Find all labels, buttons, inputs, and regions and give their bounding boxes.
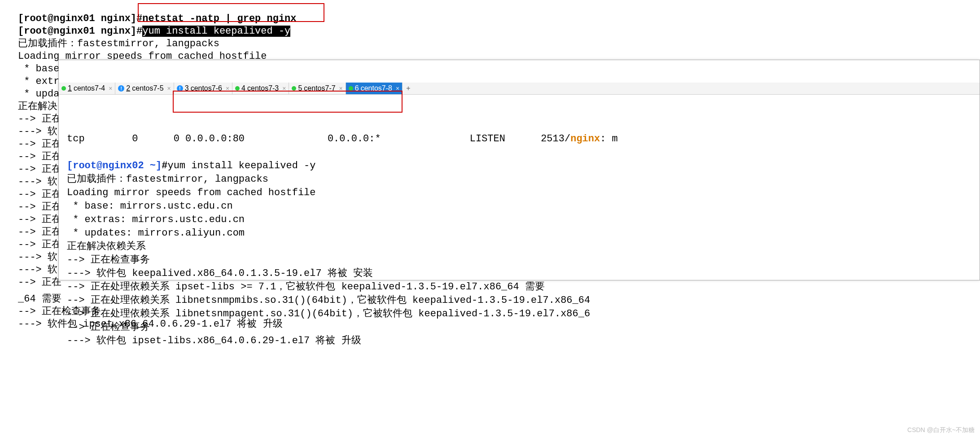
close-icon[interactable]: × bbox=[226, 85, 229, 92]
status-dot-icon bbox=[61, 86, 66, 91]
tab-centos7-4[interactable]: 1 centos7-4× bbox=[59, 83, 115, 94]
back-frag-k: --> 正在 bbox=[18, 239, 61, 250]
status-dot-icon bbox=[292, 86, 296, 91]
back-frag-d: --> 正在 bbox=[18, 151, 61, 162]
front-l6: 正在解决依赖关系 bbox=[67, 241, 146, 252]
watermark-text: CSDN @白开水~不加糖 bbox=[907, 426, 975, 434]
status-dot-icon bbox=[349, 86, 353, 91]
tab-centos7-5[interactable]: !2 centos7-5× bbox=[115, 83, 174, 94]
close-icon[interactable]: × bbox=[282, 85, 286, 92]
tab-centos7-3[interactable]: 4 centos7-3× bbox=[232, 83, 289, 94]
tab-centos7-6[interactable]: !3 centos7-6× bbox=[174, 83, 232, 94]
front-l1: 已加载插件：fastestmirror, langpacks bbox=[67, 174, 268, 185]
tab-bar: 1 centos7-4× !2 centos7-5× !3 centos7-6×… bbox=[59, 83, 980, 95]
back-frag-h: --> 正在 bbox=[18, 201, 61, 213]
back-frag-g: --> 正在 bbox=[18, 189, 61, 200]
background-terminal-bottom: _64 需要 --> 正在检查事务 ---> 软件包 ipset.x86_64.… bbox=[18, 280, 283, 331]
back-frag-i: --> 正在 bbox=[18, 214, 61, 225]
status-dot-icon bbox=[235, 86, 240, 91]
tab-centos7-7[interactable]: 5 centos7-7× bbox=[289, 83, 346, 94]
back-frag-a: --> 正在 bbox=[18, 114, 61, 125]
tab-centos7-8[interactable]: 6 centos7-8× bbox=[346, 83, 402, 94]
back-bottom-l3: ---> 软件包 ipset.x86_64.0.6.29-1.el7 将被 升级 bbox=[18, 319, 283, 330]
highlighted-command-1: yum install keepalived -y bbox=[142, 26, 290, 37]
back-frag-l: ---> 软 bbox=[18, 252, 57, 263]
front-l4: * extras: mirrors.ustc.edu.cn bbox=[67, 214, 245, 225]
back-frag-f: ---> 软 bbox=[18, 176, 57, 188]
add-tab-button[interactable]: + bbox=[402, 84, 414, 92]
front-l5: * updates: mirrors.aliyun.com bbox=[67, 227, 245, 239]
command-yum-install: yum install keepalived -y bbox=[167, 160, 315, 171]
back-bottom-l1: _64 需要 bbox=[18, 293, 61, 305]
back-frag-j: --> 正在 bbox=[18, 227, 61, 238]
foreground-terminal-window: 1 centos7-4× !2 centos7-5× !3 centos7-6×… bbox=[58, 60, 980, 280]
back-output-l2: 已加载插件：fastestmirror, langpacks bbox=[18, 38, 219, 49]
front-l7: --> 正在检查事务 bbox=[67, 254, 150, 266]
prompt-line0: [root@nginx01 nginx]#netstat -natp | gre… bbox=[18, 13, 297, 24]
front-l13: ---> 软件包 ipset-libs.x86_64.0.6.29-1.el7 … bbox=[67, 335, 361, 346]
close-icon[interactable]: × bbox=[109, 85, 112, 92]
prompt-line1-prefix: [root@nginx01 nginx] bbox=[18, 26, 136, 37]
close-icon[interactable]: × bbox=[167, 85, 171, 92]
alert-icon: ! bbox=[118, 85, 124, 92]
netstat-line: tcp 0 0 0.0.0.0:80 0.0.0.0:* LISTEN 2513… bbox=[67, 133, 618, 144]
prompt-user: [root@nginx02 ~] bbox=[67, 160, 162, 171]
back-frag-b: ---> 软 bbox=[18, 126, 57, 137]
front-l3: * base: mirrors.ustc.edu.cn bbox=[67, 201, 233, 212]
back-frag-m: ---> 软 bbox=[18, 264, 57, 275]
front-l2: Loading mirror speeds from cached hostfi… bbox=[67, 187, 316, 198]
back-frag-e: --> 正在 bbox=[18, 164, 61, 175]
close-icon[interactable]: × bbox=[396, 85, 399, 92]
front-l8: ---> 软件包 keepalived.x86_64.0.1.3.5-19.el… bbox=[67, 268, 373, 279]
back-frag-c: --> 正在 bbox=[18, 139, 61, 150]
back-bottom-l2: --> 正在检查事务 bbox=[18, 306, 101, 317]
close-icon[interactable]: × bbox=[339, 85, 343, 92]
alert-icon: ! bbox=[177, 85, 183, 92]
back-output-l7: 正在解决 bbox=[18, 101, 57, 112]
